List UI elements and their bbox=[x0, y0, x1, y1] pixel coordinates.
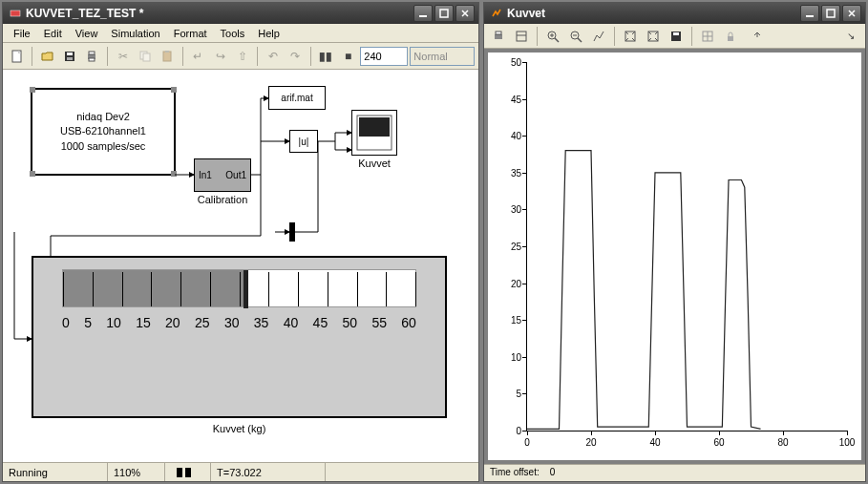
maximize-button[interactable] bbox=[434, 5, 454, 22]
gauge-scale: 051015202530354045505560 bbox=[62, 315, 416, 330]
menu-view[interactable]: View bbox=[69, 26, 105, 41]
y-tick-label: 50 bbox=[498, 57, 521, 68]
svg-rect-2 bbox=[440, 10, 448, 17]
gauge-tick-label: 45 bbox=[313, 315, 328, 330]
params-icon[interactable] bbox=[511, 26, 532, 47]
menu-format[interactable]: Format bbox=[167, 26, 214, 41]
new-model-icon[interactable] bbox=[7, 46, 27, 67]
block-gauge[interactable]: 051015202530354045505560 bbox=[32, 256, 447, 418]
gauge-label: Kuvvet (kg) bbox=[32, 423, 447, 434]
pause-button[interactable]: ▮▮ bbox=[316, 46, 336, 67]
figure-statusbar: Time offset: 0 bbox=[484, 464, 865, 481]
chart-axes[interactable]: 05101520253035404550020406080100 bbox=[526, 62, 847, 431]
close-button[interactable] bbox=[455, 5, 475, 22]
close-button[interactable] bbox=[842, 5, 861, 22]
minimize-button[interactable] bbox=[800, 5, 819, 22]
sim-mode-select[interactable]: Normal bbox=[410, 47, 475, 66]
y-tick-label: 25 bbox=[498, 242, 521, 252]
y-tick-label: 20 bbox=[498, 278, 521, 288]
menu-file[interactable]: File bbox=[7, 26, 37, 41]
save-icon[interactable] bbox=[59, 46, 79, 67]
gauge-tick-label: 40 bbox=[284, 315, 299, 330]
minimize-button[interactable] bbox=[413, 5, 433, 22]
svg-rect-0 bbox=[11, 11, 20, 16]
separator bbox=[107, 47, 108, 66]
figure-toolbar: ↘ bbox=[484, 24, 865, 49]
svg-rect-13 bbox=[89, 58, 95, 61]
open-icon[interactable] bbox=[37, 46, 57, 67]
block-source-text2: USB-6210hannel1 bbox=[60, 124, 146, 138]
nav-up-icon[interactable]: ⇧ bbox=[232, 46, 252, 67]
paste-icon[interactable] bbox=[157, 46, 177, 67]
dock-icon[interactable]: ↘ bbox=[840, 26, 861, 47]
fit-icon[interactable] bbox=[620, 26, 641, 47]
svg-rect-43 bbox=[673, 32, 679, 35]
y-tick-label: 35 bbox=[498, 167, 521, 178]
block-scope[interactable] bbox=[351, 110, 397, 156]
tofile-label: arif.mat bbox=[281, 93, 312, 103]
float-icon[interactable] bbox=[743, 26, 764, 47]
titlebar-figure[interactable]: Kuvvet bbox=[484, 3, 865, 24]
svg-rect-21 bbox=[289, 222, 295, 242]
menu-tools[interactable]: Tools bbox=[214, 26, 252, 41]
print-icon[interactable] bbox=[488, 26, 509, 47]
maximize-button[interactable] bbox=[821, 5, 840, 22]
app-icon bbox=[9, 7, 22, 20]
svg-rect-18 bbox=[359, 117, 390, 137]
print-icon[interactable] bbox=[82, 46, 102, 67]
gauge-tick-label: 50 bbox=[343, 315, 358, 330]
x-tick-label: 100 bbox=[839, 437, 856, 448]
restore-icon[interactable] bbox=[643, 26, 664, 47]
stop-time-input[interactable] bbox=[360, 47, 408, 66]
nav-fwd-icon[interactable]: ↪ bbox=[210, 46, 230, 67]
zoom-in-icon[interactable] bbox=[542, 26, 563, 47]
copy-icon[interactable] bbox=[135, 46, 155, 67]
nav-back-icon[interactable]: ↵ bbox=[188, 46, 208, 67]
zoom-out-icon[interactable] bbox=[565, 26, 586, 47]
save-axes-icon[interactable] bbox=[666, 26, 687, 47]
sim-mode-label: Normal bbox=[413, 51, 447, 62]
redo-icon[interactable]: ↷ bbox=[286, 46, 306, 67]
cut-icon[interactable]: ✂ bbox=[113, 46, 133, 67]
title-text: KUVVET_TEZ_TEST * bbox=[26, 7, 143, 20]
undo-icon[interactable]: ↶ bbox=[263, 46, 283, 67]
block-calibration[interactable]: In1 Out1 bbox=[194, 158, 251, 192]
svg-rect-23 bbox=[177, 468, 182, 477]
gauge-tick-label: 10 bbox=[106, 315, 121, 330]
block-abs[interactable]: |u| bbox=[289, 130, 318, 153]
autoscale-icon[interactable] bbox=[588, 26, 609, 47]
x-tick-label: 40 bbox=[649, 437, 660, 448]
menu-help[interactable]: Help bbox=[251, 26, 286, 41]
separator bbox=[182, 47, 183, 66]
grid-icon[interactable] bbox=[697, 26, 718, 47]
y-tick-label: 0 bbox=[498, 426, 521, 436]
svg-rect-12 bbox=[89, 52, 95, 54]
gauge-tick-label: 5 bbox=[84, 315, 92, 330]
svg-rect-10 bbox=[67, 57, 73, 60]
titlebar-simulink[interactable]: KUVVET_TEZ_TEST * bbox=[3, 3, 478, 24]
stop-button[interactable]: ■ bbox=[338, 46, 358, 67]
status-state: Running bbox=[3, 463, 108, 481]
status-time: T=73.022 bbox=[211, 463, 326, 481]
gauge-tick-label: 55 bbox=[371, 315, 387, 330]
gauge-tick-label: 35 bbox=[254, 315, 269, 330]
svg-rect-47 bbox=[728, 36, 733, 41]
lock-icon[interactable] bbox=[720, 26, 741, 47]
svg-rect-25 bbox=[806, 15, 814, 17]
status-progress-icon bbox=[165, 463, 211, 481]
block-analog-input[interactable]: nidaq Dev2 USB-6210hannel1 1000 samples/… bbox=[32, 89, 175, 175]
svg-rect-15 bbox=[143, 53, 150, 61]
svg-line-34 bbox=[555, 38, 559, 42]
svg-rect-9 bbox=[67, 53, 73, 55]
model-canvas[interactable]: nidaq Dev2 USB-6210hannel1 1000 samples/… bbox=[3, 70, 478, 462]
separator bbox=[537, 27, 538, 46]
menu-edit[interactable]: Edit bbox=[37, 26, 69, 41]
separator bbox=[32, 47, 32, 66]
menu-simulation[interactable]: Simulation bbox=[104, 26, 166, 41]
svg-rect-17 bbox=[165, 51, 169, 53]
block-tofile[interactable]: arif.mat bbox=[268, 86, 326, 110]
port-out-label: Out1 bbox=[225, 170, 246, 180]
matlab-icon bbox=[490, 7, 503, 20]
toolbar: ✂ ↵ ↪ ⇧ ↶ ↷ ▮▮ ■ Normal bbox=[3, 43, 478, 70]
time-offset-label: Time offset: bbox=[490, 467, 540, 477]
